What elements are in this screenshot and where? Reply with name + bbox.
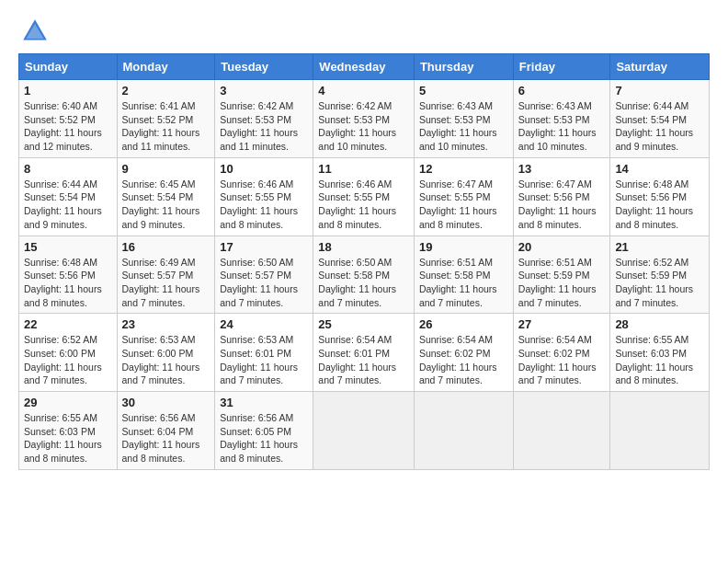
day-info: Sunrise: 6:55 AMSunset: 6:03 PMDaylight:… [615, 333, 704, 387]
day-info: Sunrise: 6:47 AMSunset: 5:55 PMDaylight:… [419, 178, 508, 232]
day-number: 28 [615, 317, 704, 331]
day-info: Sunrise: 6:54 AMSunset: 6:02 PMDaylight:… [518, 333, 606, 387]
day-info: Sunrise: 6:51 AMSunset: 5:58 PMDaylight:… [419, 256, 508, 310]
day-info: Sunrise: 6:55 AMSunset: 6:03 PMDaylight:… [24, 411, 112, 465]
day-number: 6 [518, 84, 606, 98]
day-number: 5 [419, 84, 508, 98]
calendar-day-cell [513, 392, 610, 470]
calendar-day-cell: 28Sunrise: 6:55 AMSunset: 6:03 PMDayligh… [610, 314, 710, 392]
day-number: 4 [318, 84, 409, 98]
day-info: Sunrise: 6:50 AMSunset: 5:57 PMDaylight:… [220, 256, 308, 310]
day-info: Sunrise: 6:44 AMSunset: 5:54 PMDaylight:… [615, 99, 704, 154]
calendar-day-cell [313, 392, 415, 470]
day-info: Sunrise: 6:42 AMSunset: 5:53 PMDaylight:… [318, 99, 409, 154]
calendar-day-cell: 12Sunrise: 6:47 AMSunset: 5:55 PMDayligh… [414, 157, 513, 236]
day-of-week-header: Monday [117, 54, 215, 80]
day-info: Sunrise: 6:43 AMSunset: 5:53 PMDaylight:… [518, 99, 606, 154]
day-of-week-header: Wednesday [313, 54, 415, 80]
day-info: Sunrise: 6:47 AMSunset: 5:56 PMDaylight:… [518, 178, 606, 232]
calendar-day-cell: 4Sunrise: 6:42 AMSunset: 5:53 PMDaylight… [313, 80, 415, 158]
day-number: 1 [24, 84, 112, 98]
day-of-week-header: Thursday [414, 54, 513, 80]
day-info: Sunrise: 6:51 AMSunset: 5:59 PMDaylight:… [518, 256, 606, 310]
calendar-day-cell: 3Sunrise: 6:42 AMSunset: 5:53 PMDaylight… [215, 80, 313, 158]
calendar-day-cell: 17Sunrise: 6:50 AMSunset: 5:57 PMDayligh… [215, 236, 313, 314]
calendar-day-cell: 2Sunrise: 6:41 AMSunset: 5:52 PMDaylight… [117, 80, 215, 158]
day-info: Sunrise: 6:54 AMSunset: 6:02 PMDaylight:… [419, 333, 508, 387]
calendar-day-cell: 18Sunrise: 6:50 AMSunset: 5:58 PMDayligh… [313, 236, 415, 314]
day-info: Sunrise: 6:48 AMSunset: 5:56 PMDaylight:… [24, 256, 112, 310]
day-number: 24 [220, 317, 308, 331]
day-number: 13 [518, 162, 606, 176]
day-number: 19 [419, 240, 508, 254]
calendar-day-cell: 6Sunrise: 6:43 AMSunset: 5:53 PMDaylight… [513, 80, 610, 158]
day-info: Sunrise: 6:40 AMSunset: 5:52 PMDaylight:… [24, 99, 112, 154]
calendar-day-cell: 31Sunrise: 6:56 AMSunset: 6:05 PMDayligh… [215, 392, 313, 470]
day-number: 18 [318, 240, 409, 254]
calendar-day-cell: 14Sunrise: 6:48 AMSunset: 5:56 PMDayligh… [610, 157, 710, 236]
calendar-day-cell: 15Sunrise: 6:48 AMSunset: 5:56 PMDayligh… [19, 236, 118, 314]
calendar-day-cell: 30Sunrise: 6:56 AMSunset: 6:04 PMDayligh… [117, 392, 215, 470]
day-info: Sunrise: 6:43 AMSunset: 5:53 PMDaylight:… [419, 99, 508, 154]
page: SundayMondayTuesdayWednesdayThursdayFrid… [0, 0, 728, 479]
day-info: Sunrise: 6:46 AMSunset: 5:55 PMDaylight:… [318, 178, 409, 232]
day-number: 11 [318, 162, 409, 176]
day-number: 21 [615, 240, 704, 254]
calendar-week-row: 1Sunrise: 6:40 AMSunset: 5:52 PMDaylight… [19, 80, 710, 158]
calendar-day-cell [414, 392, 513, 470]
calendar-day-cell [610, 392, 710, 470]
day-number: 17 [220, 240, 308, 254]
day-number: 12 [419, 162, 508, 176]
calendar-day-cell: 27Sunrise: 6:54 AMSunset: 6:02 PMDayligh… [513, 314, 610, 392]
calendar-week-row: 22Sunrise: 6:52 AMSunset: 6:00 PMDayligh… [19, 314, 710, 392]
calendar-week-row: 15Sunrise: 6:48 AMSunset: 5:56 PMDayligh… [19, 236, 710, 314]
day-number: 29 [24, 396, 112, 409]
calendar-week-row: 29Sunrise: 6:55 AMSunset: 6:03 PMDayligh… [19, 392, 710, 470]
day-info: Sunrise: 6:46 AMSunset: 5:55 PMDaylight:… [220, 178, 308, 232]
logo [18, 17, 50, 46]
day-info: Sunrise: 6:41 AMSunset: 5:52 PMDaylight:… [122, 99, 210, 154]
day-number: 15 [24, 240, 112, 254]
day-number: 14 [615, 162, 704, 176]
calendar-header-row: SundayMondayTuesdayWednesdayThursdayFrid… [19, 54, 710, 80]
day-info: Sunrise: 6:52 AMSunset: 5:59 PMDaylight:… [615, 256, 704, 310]
day-of-week-header: Saturday [610, 54, 710, 80]
day-of-week-header: Tuesday [215, 54, 313, 80]
logo-icon [20, 17, 50, 46]
calendar-day-cell: 11Sunrise: 6:46 AMSunset: 5:55 PMDayligh… [313, 157, 415, 236]
day-number: 31 [220, 396, 308, 409]
day-info: Sunrise: 6:45 AMSunset: 5:54 PMDaylight:… [122, 178, 210, 232]
calendar-day-cell: 1Sunrise: 6:40 AMSunset: 5:52 PMDaylight… [19, 80, 118, 158]
header [18, 17, 710, 46]
day-number: 7 [615, 84, 704, 98]
day-info: Sunrise: 6:49 AMSunset: 5:57 PMDaylight:… [122, 256, 210, 310]
calendar-day-cell: 24Sunrise: 6:53 AMSunset: 6:01 PMDayligh… [215, 314, 313, 392]
calendar-day-cell: 26Sunrise: 6:54 AMSunset: 6:02 PMDayligh… [414, 314, 513, 392]
calendar-day-cell: 10Sunrise: 6:46 AMSunset: 5:55 PMDayligh… [215, 157, 313, 236]
calendar-day-cell: 22Sunrise: 6:52 AMSunset: 6:00 PMDayligh… [19, 314, 118, 392]
day-info: Sunrise: 6:54 AMSunset: 6:01 PMDaylight:… [318, 333, 409, 387]
day-number: 9 [122, 162, 210, 176]
calendar-day-cell: 9Sunrise: 6:45 AMSunset: 5:54 PMDaylight… [117, 157, 215, 236]
calendar-day-cell: 23Sunrise: 6:53 AMSunset: 6:00 PMDayligh… [117, 314, 215, 392]
calendar-day-cell: 8Sunrise: 6:44 AMSunset: 5:54 PMDaylight… [19, 157, 118, 236]
calendar-day-cell: 13Sunrise: 6:47 AMSunset: 5:56 PMDayligh… [513, 157, 610, 236]
day-number: 8 [24, 162, 112, 176]
day-info: Sunrise: 6:56 AMSunset: 6:05 PMDaylight:… [220, 411, 308, 465]
day-info: Sunrise: 6:42 AMSunset: 5:53 PMDaylight:… [220, 99, 308, 154]
day-of-week-header: Friday [513, 54, 610, 80]
calendar-day-cell: 20Sunrise: 6:51 AMSunset: 5:59 PMDayligh… [513, 236, 610, 314]
day-number: 26 [419, 317, 508, 331]
calendar-day-cell: 7Sunrise: 6:44 AMSunset: 5:54 PMDaylight… [610, 80, 710, 158]
day-info: Sunrise: 6:56 AMSunset: 6:04 PMDaylight:… [122, 411, 210, 465]
calendar-day-cell: 21Sunrise: 6:52 AMSunset: 5:59 PMDayligh… [610, 236, 710, 314]
day-info: Sunrise: 6:48 AMSunset: 5:56 PMDaylight:… [615, 178, 704, 232]
calendar-day-cell: 29Sunrise: 6:55 AMSunset: 6:03 PMDayligh… [19, 392, 118, 470]
calendar-day-cell: 25Sunrise: 6:54 AMSunset: 6:01 PMDayligh… [313, 314, 415, 392]
day-info: Sunrise: 6:52 AMSunset: 6:00 PMDaylight:… [24, 333, 112, 387]
day-number: 22 [24, 317, 112, 331]
day-number: 20 [518, 240, 606, 254]
day-number: 2 [122, 84, 210, 98]
day-info: Sunrise: 6:53 AMSunset: 6:00 PMDaylight:… [122, 333, 210, 387]
day-number: 23 [122, 317, 210, 331]
